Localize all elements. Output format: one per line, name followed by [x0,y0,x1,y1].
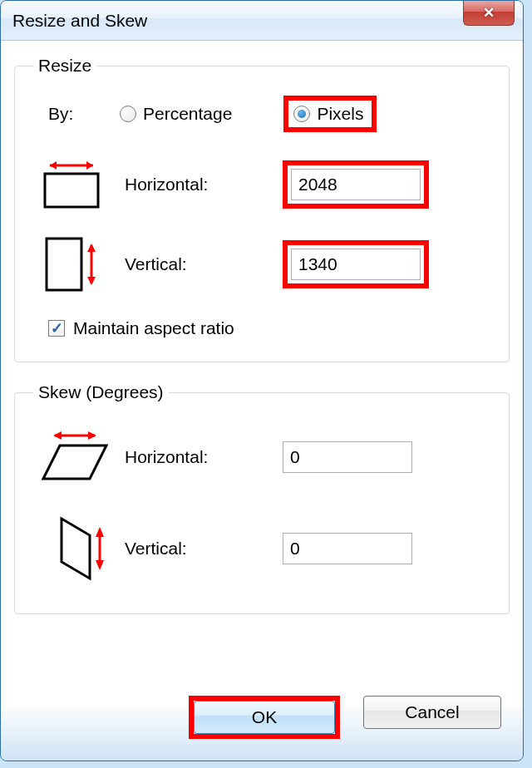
ok-button-highlight: OK [189,696,340,739]
cancel-button[interactable]: Cancel [363,696,501,729]
resize-by-radio-group: Percentage Pixels [120,96,377,132]
maintain-aspect-row[interactable]: Maintain aspect ratio [33,318,490,338]
skew-group: Skew (Degrees) Horizontal: [14,382,510,614]
skew-horizontal-label: Horizontal: [125,447,283,467]
skew-horizontal-input-wrap [283,441,412,473]
skew-vertical-input[interactable] [283,533,412,564]
resize-horizontal-input[interactable] [291,169,421,200]
svg-marker-1 [50,161,57,170]
svg-marker-14 [96,527,104,537]
titlebar[interactable]: Resize and Skew ✕ [1,1,523,41]
resize-vertical-input[interactable] [291,249,421,280]
svg-marker-10 [88,431,96,440]
skew-horizontal-input[interactable] [283,441,412,473]
radio-percentage[interactable]: Percentage [120,104,232,124]
resize-horizontal-row: Horizontal: [33,159,490,210]
maintain-aspect-checkbox[interactable] [48,320,65,337]
radio-percentage-label: Percentage [143,104,232,124]
resize-horizontal-icon [33,159,125,210]
skew-vertical-input-wrap [283,533,412,564]
radio-pixels[interactable]: Pixels [283,96,377,132]
maintain-aspect-label: Maintain aspect ratio [73,318,234,338]
window-title: Resize and Skew [12,11,147,31]
resize-legend: Resize [33,56,96,76]
resize-vertical-input-wrap [283,240,429,288]
svg-marker-9 [53,431,62,440]
svg-marker-2 [86,161,93,170]
svg-marker-7 [87,277,96,285]
button-bar: OK Cancel [189,696,501,739]
skew-horizontal-icon [33,429,125,485]
svg-marker-6 [87,244,96,252]
resize-horizontal-label: Horizontal: [125,175,283,194]
svg-marker-15 [96,560,104,570]
skew-legend: Skew (Degrees) [33,382,169,402]
resize-group: Resize By: Percentage Pixels [14,56,510,362]
client-area: Resize By: Percentage Pixels [1,41,523,761]
svg-rect-4 [47,239,81,290]
radio-percentage-indicator [120,106,136,122]
skew-vertical-label: Vertical: [125,539,283,559]
resize-horizontal-input-wrap [283,160,429,209]
resize-by-row: By: Percentage Pixels [33,96,490,132]
svg-marker-11 [43,446,106,479]
resize-vertical-row: Vertical: [33,234,490,295]
radio-pixels-indicator [293,106,310,122]
close-button[interactable]: ✕ [463,1,515,26]
close-icon: ✕ [483,4,495,22]
skew-vertical-icon [33,515,125,582]
svg-marker-12 [62,519,90,578]
ok-button-label: OK [252,707,277,727]
ok-button[interactable]: OK [194,701,335,734]
resize-skew-dialog: Resize and Skew ✕ Resize By: Percentage … [0,0,524,761]
by-label: By: [33,104,120,124]
radio-pixels-label: Pixels [317,104,363,124]
skew-horizontal-row: Horizontal: [33,429,490,485]
cancel-button-label: Cancel [405,702,459,722]
resize-vertical-icon [33,234,125,295]
svg-rect-3 [45,174,98,207]
skew-vertical-row: Vertical: [33,515,490,582]
resize-vertical-label: Vertical: [125,254,283,274]
